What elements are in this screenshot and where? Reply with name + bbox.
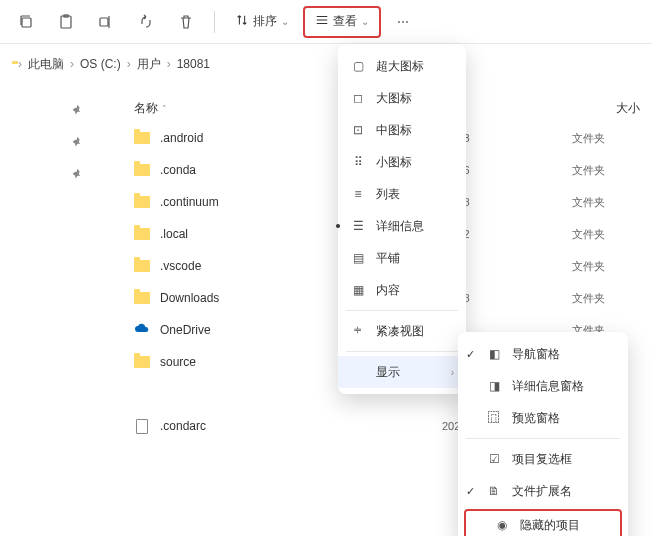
chevron-down-icon: ⌄ xyxy=(361,16,369,27)
toolbar: 排序 ⌄ 查看 ⌄ ⋯ xyxy=(0,0,652,44)
list-icon: ≡ xyxy=(350,187,366,201)
submenu-item-hidden[interactable]: ◉隐藏的项目 xyxy=(466,511,620,536)
menu-item-grid-m[interactable]: ⊡中图标 xyxy=(338,114,466,146)
folder-icon xyxy=(134,164,150,176)
preview-pane-icon: ⿵ xyxy=(486,411,502,425)
submenu-item-label: 项目复选框 xyxy=(512,451,572,468)
file-type: 文件夹 xyxy=(572,291,652,306)
folder-icon xyxy=(134,228,150,240)
file-type: 文件夹 xyxy=(572,227,652,242)
folder-icon xyxy=(134,132,150,144)
view-menu: ▢超大图标◻大图标⊡中图标⠿小图标≡列表☰详细信息▤平铺▦内容⫩紧凑视图显示› xyxy=(338,44,466,394)
menu-item-list[interactable]: ≡列表 xyxy=(338,178,466,210)
menu-item-label: 超大图标 xyxy=(376,58,424,75)
show-submenu: ✓◧导航窗格◨详细信息窗格⿵预览窗格☑项目复选框✓🗎文件扩展名◉隐藏的项目 xyxy=(458,332,628,536)
folder-icon xyxy=(134,260,150,272)
menu-item-label: 紧凑视图 xyxy=(376,323,424,340)
menu-item-grid-xl[interactable]: ▢超大图标 xyxy=(338,50,466,82)
grid-s-icon: ⠿ xyxy=(350,155,366,169)
sort-label: 排序 xyxy=(253,13,277,30)
submenu-item-nav-pane[interactable]: ✓◧导航窗格 xyxy=(458,338,628,370)
menu-item-grid-l[interactable]: ◻大图标 xyxy=(338,82,466,114)
column-name[interactable]: 名称˄ xyxy=(100,100,330,117)
file-type: 文件夹 xyxy=(572,195,652,210)
pin-icon xyxy=(70,167,84,181)
sidebar xyxy=(0,84,100,536)
menu-item-details[interactable]: ☰详细信息 xyxy=(338,210,466,242)
menu-separator xyxy=(346,310,458,311)
menu-item-show[interactable]: 显示› xyxy=(338,356,466,388)
share-icon[interactable] xyxy=(128,6,164,38)
submenu-item-label: 导航窗格 xyxy=(512,346,560,363)
view-button[interactable]: 查看 ⌄ xyxy=(303,6,381,38)
nav-pane-icon: ◧ xyxy=(486,347,502,361)
submenu-item-checkbox[interactable]: ☑项目复选框 xyxy=(458,443,628,475)
extension-icon: 🗎 xyxy=(486,484,502,498)
menu-item-grid-s[interactable]: ⠿小图标 xyxy=(338,146,466,178)
rename-icon[interactable] xyxy=(88,6,124,38)
submenu-item-extension[interactable]: ✓🗎文件扩展名 xyxy=(458,475,628,507)
submenu-item-preview-pane[interactable]: ⿵预览窗格 xyxy=(458,402,628,434)
hidden-icon: ◉ xyxy=(494,518,510,532)
check-icon: ✓ xyxy=(466,485,475,498)
folder-icon xyxy=(134,292,150,304)
current-indicator xyxy=(336,224,340,228)
checkbox-icon: ☑ xyxy=(486,452,502,466)
breadcrumb-item[interactable]: 此电脑 xyxy=(28,56,64,73)
sort-button[interactable]: 排序 ⌄ xyxy=(225,6,299,38)
file-type: 文件夹 xyxy=(572,131,652,146)
list-icon xyxy=(315,13,329,30)
breadcrumb-item[interactable]: 用户 xyxy=(137,56,161,73)
compact-icon: ⫩ xyxy=(350,324,366,338)
menu-item-label: 平铺 xyxy=(376,250,400,267)
breadcrumb-item[interactable]: 18081 xyxy=(177,57,210,71)
details-pane-icon: ◨ xyxy=(486,379,502,393)
svg-rect-1 xyxy=(61,16,71,28)
folder-icon xyxy=(134,356,150,368)
pin-icon xyxy=(70,135,84,149)
breadcrumb-item[interactable]: OS (C:) xyxy=(80,57,121,71)
more-icon[interactable]: ⋯ xyxy=(385,6,421,38)
content-icon: ▦ xyxy=(350,283,366,297)
submenu-item-label: 预览窗格 xyxy=(512,410,560,427)
file-name: .condarc xyxy=(150,419,442,433)
file-type: 文件夹 xyxy=(572,163,652,178)
highlighted-item: ◉隐藏的项目 xyxy=(464,509,622,536)
onedrive-icon xyxy=(134,321,150,340)
menu-item-label: 小图标 xyxy=(376,154,412,171)
chevron-right-icon: › xyxy=(451,367,454,378)
grid-xl-icon: ▢ xyxy=(350,59,366,73)
chevron-right-icon: › xyxy=(167,57,171,71)
folder-icon xyxy=(134,196,150,208)
svg-rect-3 xyxy=(100,18,108,26)
menu-item-compact[interactable]: ⫩紧凑视图 xyxy=(338,315,466,347)
tiles-icon: ▤ xyxy=(350,251,366,265)
separator xyxy=(214,11,215,33)
menu-item-label: 列表 xyxy=(376,186,400,203)
details-icon: ☰ xyxy=(350,219,366,233)
view-label: 查看 xyxy=(333,13,357,30)
chevron-down-icon: ⌄ xyxy=(281,16,289,27)
menu-separator xyxy=(346,351,458,352)
breadcrumb: › 此电脑 › OS (C:) › 用户 › 18081 xyxy=(0,44,652,84)
submenu-item-label: 文件扩展名 xyxy=(512,483,572,500)
submenu-item-details-pane[interactable]: ◨详细信息窗格 xyxy=(458,370,628,402)
check-icon: ✓ xyxy=(466,348,475,361)
menu-item-label: 详细信息 xyxy=(376,218,424,235)
chevron-right-icon: › xyxy=(127,57,131,71)
svg-rect-0 xyxy=(22,18,31,27)
chevron-right-icon: › xyxy=(18,57,22,71)
menu-item-label: 内容 xyxy=(376,282,400,299)
submenu-item-label: 详细信息窗格 xyxy=(512,378,584,395)
copy-icon[interactable] xyxy=(8,6,44,38)
menu-item-content[interactable]: ▦内容 xyxy=(338,274,466,306)
paste-icon[interactable] xyxy=(48,6,84,38)
submenu-item-label: 隐藏的项目 xyxy=(520,517,580,534)
menu-separator xyxy=(466,438,620,439)
column-size[interactable]: 大小 xyxy=(520,100,652,117)
pin-icon xyxy=(70,103,84,117)
menu-item-tiles[interactable]: ▤平铺 xyxy=(338,242,466,274)
chevron-right-icon: › xyxy=(70,57,74,71)
delete-icon[interactable] xyxy=(168,6,204,38)
menu-item-label: 中图标 xyxy=(376,122,412,139)
